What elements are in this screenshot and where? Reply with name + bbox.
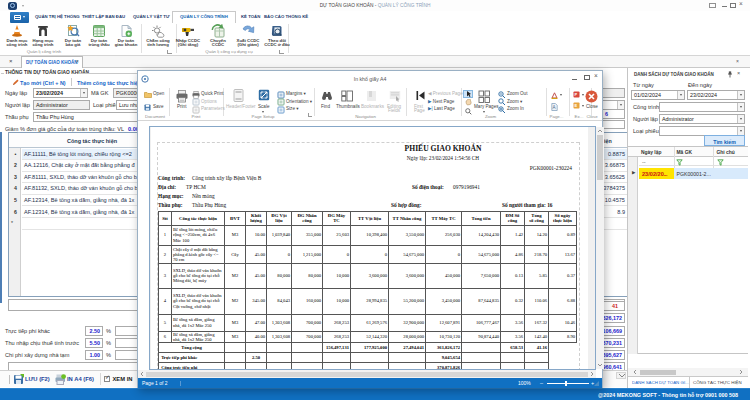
svg-text:E: E: [574, 103, 577, 108]
svg-text:P: P: [574, 92, 577, 97]
svg-text:A: A: [553, 105, 556, 110]
